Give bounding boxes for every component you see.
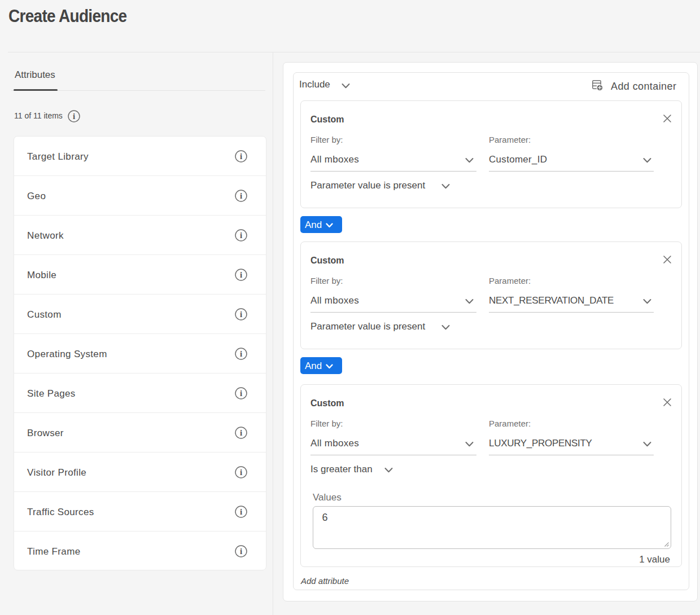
svg-text:i: i bbox=[72, 112, 75, 121]
svg-text:i: i bbox=[240, 507, 242, 516]
svg-text:i: i bbox=[240, 310, 242, 319]
svg-text:i: i bbox=[240, 349, 242, 358]
svg-text:i: i bbox=[240, 152, 242, 161]
svg-text:i: i bbox=[240, 468, 242, 477]
svg-text:i: i bbox=[240, 191, 242, 200]
svg-text:i: i bbox=[240, 547, 242, 556]
svg-text:i: i bbox=[240, 231, 242, 240]
svg-text:i: i bbox=[240, 389, 242, 398]
svg-text:i: i bbox=[240, 270, 242, 279]
svg-text:i: i bbox=[240, 428, 242, 437]
